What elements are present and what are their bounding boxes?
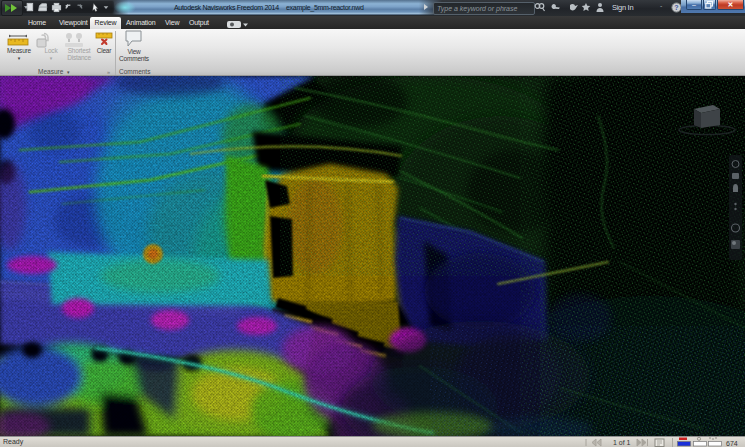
svg-text:?: ? xyxy=(674,4,678,11)
svg-text:1 of 1: 1 of 1 xyxy=(613,439,631,446)
svg-text:674: 674 xyxy=(726,440,738,447)
